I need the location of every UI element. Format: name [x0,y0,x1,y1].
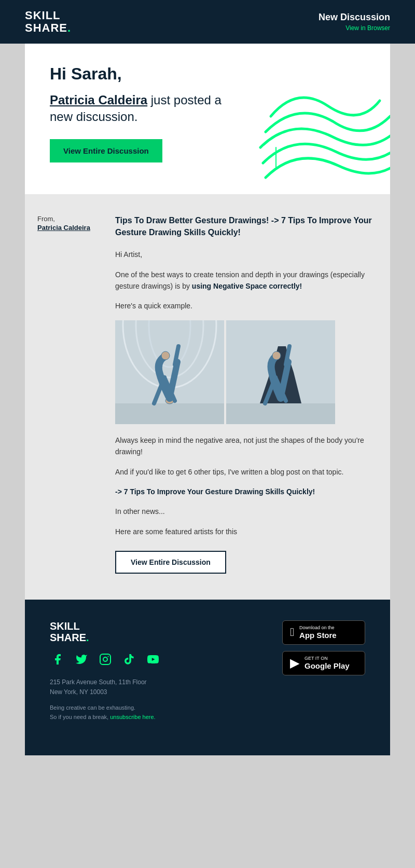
view-in-browser-link[interactable]: View in Browser [345,24,390,32]
header-title: New Discussion [319,12,390,23]
footer-logo: SKILL SHARE. [50,620,161,643]
figure-left-icon [115,320,224,424]
header-right: New Discussion View in Browser [319,12,390,32]
svg-point-21 [108,656,109,657]
tips-link[interactable]: -> 7 Tips To Improve Your Gesture Drawin… [115,487,315,496]
footer: SKILL SHARE. [25,600,390,755]
paragraph2: Here's a quick example. [115,300,378,311]
squiggle-icon [255,75,390,189]
google-play-icon: ▶ [290,656,299,670]
from-label: From, [37,215,107,223]
hero-cta-button[interactable]: View Entire Discussion [50,139,162,162]
outline-cta-button[interactable]: View Entire Discussion [115,551,226,574]
svg-rect-13 [226,403,335,424]
tiktok-icon[interactable] [121,652,137,667]
app-store-large-text: App Store [299,631,337,640]
svg-rect-5 [115,403,224,424]
paragraph1: One of the best ways to create tension a… [115,269,378,292]
from-name: Patricia Caldeira [37,224,107,232]
gesture-images [115,320,378,424]
author-link[interactable]: Patricia Caldeira [50,93,147,107]
hero-section: Hi Sarah, Patricia Caldeira just posted … [25,44,390,194]
hero-body: Patricia Caldeira just posted a new disc… [50,92,247,124]
discussion-container: From, Patricia Caldeira Tips To Draw Bet… [25,215,390,579]
logo-line2: SHARE. [25,22,71,34]
from-column: From, Patricia Caldeira [37,215,115,579]
footer-right:  Download on the App Store ▶ GET IT ON … [282,620,365,675]
footer-tagline: Being creative can be exhausting. So if … [50,703,161,722]
discussion-title: Tips To Draw Better Gesture Drawings! ->… [115,215,378,238]
content-section: From, Patricia Caldeira Tips To Draw Bet… [25,194,390,600]
instagram-icon[interactable] [98,652,113,667]
gesture-image-left [115,320,224,424]
svg-point-18 [272,351,281,360]
header: SKILL SHARE. New Discussion View in Brow… [0,0,415,44]
google-play-badge[interactable]: ▶ GET IT ON Google Play [282,651,365,675]
footer-top: SKILL SHARE. [50,620,365,722]
google-play-small-text: GET IT ON [305,656,350,661]
paragraph3: Always keep in mind the negative area, n… [115,435,378,458]
cta-link: -> 7 Tips To Improve Your Gesture Drawin… [115,486,378,497]
facebook-icon[interactable] [50,652,65,667]
app-store-badge[interactable]:  Download on the App Store [282,620,365,645]
bold-text: using Negative Space correctly! [192,282,302,290]
footer-social [50,652,161,667]
discussion-content: Tips To Draw Better Gesture Drawings! ->… [115,215,378,579]
figure-right-icon [226,320,335,424]
svg-rect-19 [100,654,110,664]
svg-point-20 [103,657,107,661]
paragraph5: In other news... [115,506,378,517]
footer-address: 215 Park Avenue South, 11th Floor New Yo… [50,677,161,697]
logo: SKILL SHARE. [25,9,71,34]
footer-left: SKILL SHARE. [50,620,161,722]
salutation: Hi Artist, [115,249,378,260]
svg-point-11 [161,351,170,360]
gesture-image-right [226,320,335,424]
apple-icon:  [290,626,294,639]
paragraph6: Here are some featured artists for this [115,526,378,537]
youtube-icon[interactable] [145,652,161,667]
logo-line1: SKILL [25,9,71,22]
paragraph4: And if you'd like to get 6 other tips, I… [115,466,378,478]
unsubscribe-link[interactable]: unsubscribe here. [110,714,155,720]
app-store-small-text: Download on the [299,625,337,631]
google-play-large-text: Google Play [305,661,350,671]
hero-decoration [255,75,390,189]
twitter-icon[interactable] [74,652,89,667]
